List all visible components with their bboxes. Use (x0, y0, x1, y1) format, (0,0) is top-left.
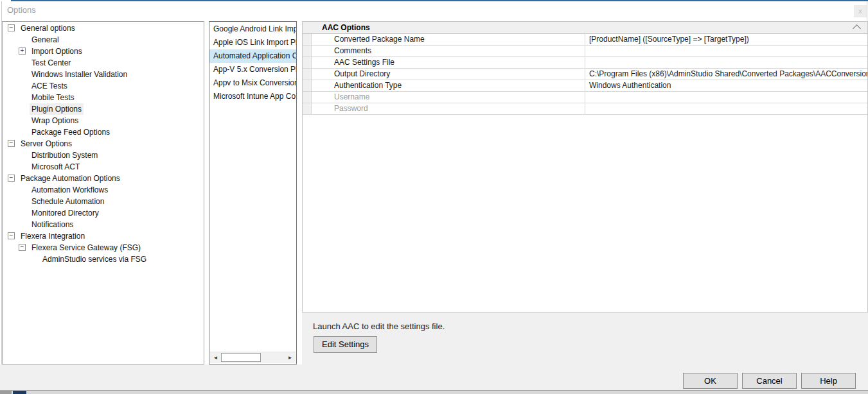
tree-item[interactable]: AdminStudio services via FSG (3, 253, 204, 265)
tree-item[interactable]: ACE Tests (3, 80, 204, 92)
tree-item-label: AdminStudio services via FSG (40, 253, 148, 265)
tree-item-label: Automation Workflows (30, 184, 110, 196)
options-tree: −General optionsGeneral+Import OptionsTe… (2, 21, 204, 364)
tree-item[interactable]: Package Feed Options (3, 126, 204, 138)
tree-item-label: General (30, 34, 61, 46)
property-value[interactable] (585, 57, 867, 68)
close-icon[interactable]: x (854, 5, 867, 17)
property-value[interactable] (585, 103, 867, 114)
property-value[interactable]: C:\Program Files (x86)\AdminStudio Share… (585, 69, 867, 80)
property-row-gutter (303, 34, 312, 45)
tree-item[interactable]: Notifications (3, 219, 204, 230)
dialog-footer-strip (0, 364, 868, 390)
tree-item[interactable]: Automation Workflows (3, 184, 204, 196)
tree-item[interactable]: +Import Options (3, 46, 204, 57)
tree-item[interactable]: Distribution System (3, 150, 204, 161)
property-label: Username (312, 92, 585, 103)
collapse-chevron-icon[interactable] (853, 24, 861, 33)
property-value[interactable]: Windows Authentication (585, 80, 867, 91)
property-row[interactable]: Output DirectoryC:\Program Files (x86)\A… (303, 69, 867, 80)
property-value[interactable] (585, 92, 867, 103)
ok-button[interactable]: OK (683, 373, 738, 389)
property-label: Authentication Type (312, 80, 585, 91)
tree-item-label: Windows Installer Validation (30, 69, 129, 80)
right-lower-area (302, 313, 868, 364)
scrollbar-thumb[interactable] (221, 353, 261, 362)
tree-item[interactable]: −Server Options (3, 138, 204, 150)
edit-settings-button[interactable]: Edit Settings (314, 336, 377, 353)
plugin-list-panel: Google Android Link ImpApple iOS Link Im… (209, 21, 297, 364)
tree-item-label: ACE Tests (30, 80, 69, 92)
minus-expander-icon[interactable]: − (8, 175, 15, 182)
tree-item[interactable]: −Flexera Service Gateway (FSG) (3, 242, 204, 253)
tree-item-label: Distribution System (30, 150, 100, 161)
tree-item[interactable]: Windows Installer Validation (3, 69, 204, 80)
plus-expander-icon[interactable]: + (19, 47, 26, 55)
scroll-right-arrow-icon[interactable]: ► (285, 352, 296, 363)
property-value[interactable]: [ProductName] ([SourceType] => [TargetTy… (585, 34, 867, 45)
tree-item[interactable]: General (3, 34, 204, 46)
property-row-gutter (303, 80, 312, 91)
property-row-gutter (303, 92, 312, 103)
tree-item-label: Plugin Options (30, 103, 84, 115)
tree-item[interactable]: −General options (3, 22, 204, 34)
property-label: AAC Settings File (312, 57, 585, 68)
property-row[interactable]: Authentication TypeWindows Authenticatio… (303, 80, 867, 92)
property-row-gutter (303, 103, 312, 114)
plugin-list-item[interactable]: Appv to Msix Conversion (209, 76, 296, 90)
plugin-list-item[interactable]: Automated Application C (209, 49, 296, 63)
tree-item-label: Schedule Automation (30, 196, 106, 207)
property-row-gutter (303, 57, 312, 68)
aac-options-header-label: AAC Options (322, 23, 370, 32)
window-title: Options (7, 5, 36, 15)
launch-aac-note: Launch AAC to edit the settings file. (313, 321, 445, 331)
property-row[interactable]: Comments (303, 46, 867, 57)
tree-item[interactable]: Monitored Directory (3, 207, 204, 219)
tree-item[interactable]: Schedule Automation (3, 196, 204, 207)
tree-item-label: Wrap Options (30, 115, 80, 126)
tree-item-label: Flexera Service Gateway (FSG) (30, 242, 143, 253)
tree-item-label: General options (19, 22, 77, 34)
minus-expander-icon[interactable]: − (8, 232, 15, 239)
plugin-list-item[interactable]: Microsoft Intune App Co (209, 90, 296, 103)
desktop-strip (0, 391, 868, 394)
cancel-button[interactable]: Cancel (742, 373, 797, 389)
property-row[interactable]: Username (303, 92, 867, 103)
tree-item-label: Package Feed Options (30, 126, 112, 138)
horizontal-scrollbar[interactable]: ◄ ► (210, 352, 296, 363)
aac-grid-rows: Converted Package Name[ProductName] ([So… (303, 34, 867, 115)
window-top-accent (11, 0, 868, 1)
property-row[interactable]: Password (303, 103, 867, 115)
tree-item[interactable]: Microsoft ACT (3, 161, 204, 173)
plugin-list-item[interactable]: Apple iOS Link Import Plu (209, 36, 296, 49)
tree-item[interactable]: Wrap Options (3, 115, 204, 126)
help-button[interactable]: Help (801, 373, 856, 389)
plugin-list-item[interactable]: Google Android Link Imp (209, 22, 296, 36)
property-row-gutter (303, 69, 312, 80)
minus-expander-icon[interactable]: − (19, 244, 26, 251)
plugins-list: Google Android Link ImpApple iOS Link Im… (209, 22, 296, 103)
tree-item-label: Flexera Integration (19, 230, 87, 242)
tree-item-label: Server Options (19, 138, 74, 150)
tree-item[interactable]: −Package Automation Options (3, 173, 204, 184)
tree-item[interactable]: Mobile Tests (3, 92, 204, 103)
minus-expander-icon[interactable]: − (8, 140, 15, 147)
tree-item[interactable]: −Flexera Integration (3, 230, 204, 242)
property-label: Password (312, 103, 585, 114)
property-value[interactable] (585, 46, 867, 56)
tree-item[interactable]: Test Center (3, 57, 204, 69)
aac-options-grid: AAC Options Converted Package Name[Produ… (302, 21, 868, 313)
property-label: Output Directory (312, 69, 585, 80)
minus-expander-icon[interactable]: − (8, 24, 15, 31)
property-row[interactable]: Converted Package Name[ProductName] ([So… (303, 34, 867, 46)
property-row[interactable]: AAC Settings File (303, 57, 867, 69)
tree-item-label: Notifications (30, 219, 75, 230)
tree-item-label: Test Center (30, 57, 73, 69)
tree-item[interactable]: Plugin Options (3, 103, 204, 115)
scroll-left-arrow-icon[interactable]: ◄ (210, 352, 221, 363)
tree-item-label: Package Automation Options (19, 173, 122, 184)
plugin-list-item[interactable]: App-V 5.x Conversion Plu (209, 63, 296, 76)
property-row-gutter (303, 46, 312, 56)
aac-options-header[interactable]: AAC Options (303, 22, 867, 34)
tree-item-label: Mobile Tests (30, 92, 76, 103)
